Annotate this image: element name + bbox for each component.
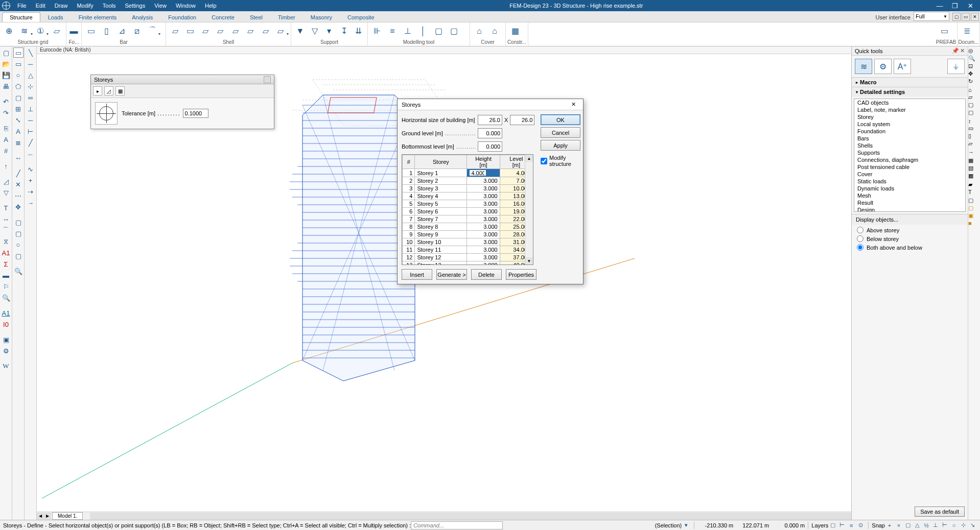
dots-icon[interactable]: ⋯: [13, 190, 24, 201]
tab-concrete[interactable]: Concrete: [204, 12, 242, 22]
storey-height-cell[interactable]: 3.000: [467, 261, 500, 266]
arrows-icon[interactable]: ↔: [13, 153, 24, 163]
tri-1-icon[interactable]: ◿: [1, 176, 11, 186]
detail-item[interactable]: Local system: [854, 121, 965, 128]
snap3-icon[interactable]: ▢: [904, 522, 912, 529]
hscroll-track[interactable]: [90, 513, 966, 520]
detail-item[interactable]: Shells: [854, 142, 965, 149]
rt-color-icon[interactable]: ▰: [968, 181, 980, 188]
storey-height-cell[interactable]: [467, 169, 500, 177]
menu-settings[interactable]: Settings: [121, 2, 149, 10]
storey-name-cell[interactable]: Storey 1: [415, 169, 467, 177]
storey-name-cell[interactable]: Storey 10: [415, 238, 467, 246]
rt-full-icon[interactable]: ■: [968, 220, 980, 226]
axis-icon[interactable]: ≋: [17, 24, 32, 38]
layer1-icon[interactable]: ▢: [829, 522, 837, 529]
arrow-up-icon[interactable]: ↑: [1, 161, 11, 171]
macro-section[interactable]: ▸Macro: [852, 78, 968, 87]
storey-name-cell[interactable]: Storey 9: [415, 231, 467, 238]
detail-item[interactable]: Storey: [854, 113, 965, 121]
modelling-6-icon[interactable]: ▢: [447, 24, 461, 38]
radio-below[interactable]: Below storey: [857, 235, 963, 242]
underline-a-icon[interactable]: A1: [1, 308, 11, 318]
arrow-icon[interactable]: →: [26, 198, 36, 208]
detail-item[interactable]: Cover: [854, 171, 965, 178]
hscroll-right[interactable]: ▶: [44, 513, 51, 520]
copy-icon[interactable]: ⎘: [1, 123, 11, 133]
grid-target-icon[interactable]: ⊕: [2, 24, 16, 38]
storey-name-cell[interactable]: Storey 5: [415, 200, 467, 208]
t-icon[interactable]: T: [1, 203, 11, 213]
parallel-icon[interactable]: ═: [26, 92, 36, 103]
ribbon-collapse-icon[interactable]: ▢: [952, 13, 961, 21]
tri-2-icon[interactable]: ▽: [1, 187, 11, 198]
menu-modify[interactable]: Modify: [73, 2, 97, 10]
slab-icon[interactable]: ▱: [198, 24, 213, 38]
tab-composite[interactable]: Composite: [340, 12, 382, 22]
snap10-icon[interactable]: ↘: [968, 522, 976, 529]
shell-4-icon[interactable]: ▱: [259, 24, 273, 38]
line2-icon[interactable]: ─: [26, 59, 36, 69]
storey-name-cell[interactable]: Storey 13: [415, 261, 467, 266]
command-input[interactable]: [411, 521, 503, 529]
tab-masonry[interactable]: Masonry: [303, 12, 340, 22]
box1-icon[interactable]: ▢: [13, 217, 24, 227]
storey-height-cell[interactable]: 3.000: [467, 254, 500, 261]
detail-item[interactable]: Bars: [854, 135, 965, 142]
support-5-icon[interactable]: ⇊: [352, 24, 365, 38]
storey-name-cell[interactable]: Storey 7: [415, 215, 467, 223]
wall-icon[interactable]: ▭: [183, 24, 198, 38]
layer2-icon[interactable]: ⊢: [838, 522, 846, 529]
save-icon[interactable]: 💾: [1, 70, 11, 80]
storey-name-cell[interactable]: Storey 6: [415, 208, 467, 215]
perp-icon[interactable]: ⊥: [26, 104, 36, 114]
cover-2-icon[interactable]: ⌂: [487, 24, 502, 38]
save-default-button[interactable]: Save as default: [915, 507, 965, 517]
modelling-1-icon[interactable]: ⊪: [370, 24, 384, 38]
ui-mode-select[interactable]: Full▼: [914, 12, 949, 21]
rt-side-icon[interactable]: ▯: [968, 133, 980, 139]
tab-analysis[interactable]: Analysis: [124, 12, 160, 22]
storey-height-cell[interactable]: 3.000: [467, 223, 500, 231]
expand-icon[interactable]: ⤡: [13, 115, 24, 125]
circle-icon[interactable]: ○: [13, 70, 24, 80]
i0-icon[interactable]: I0: [1, 319, 11, 329]
storey-target-icon[interactable]: [95, 102, 118, 125]
grid-icon[interactable]: ⊞: [13, 104, 24, 114]
menu-edit[interactable]: Edit: [32, 2, 50, 10]
w-icon[interactable]: W: [1, 361, 11, 371]
poly-icon[interactable]: ⬠: [13, 81, 24, 91]
storey-height-cell[interactable]: 3.000: [467, 192, 500, 200]
modelling-2-icon[interactable]: ≡: [385, 24, 400, 38]
viewport-3d[interactable]: Storeys ▸ ◿ ▦ Tolerance [m] ......... St…: [37, 54, 980, 512]
rt-1-icon[interactable]: ◎: [968, 47, 980, 54]
bottom-input[interactable]: [478, 141, 502, 152]
shell-1-icon[interactable]: ▱: [214, 24, 228, 38]
storey-height-cell[interactable]: 3.000: [467, 208, 500, 215]
modify-structure-checkbox[interactable]: Modify structure: [541, 155, 580, 167]
snap-label[interactable]: Snap: [872, 522, 885, 528]
modelling-3-icon[interactable]: ⊥: [401, 24, 415, 38]
properties-button[interactable]: Properties: [506, 269, 536, 280]
text-a-icon[interactable]: A: [1, 134, 11, 144]
ground-input[interactable]: [478, 128, 502, 138]
line-support-icon[interactable]: ▽: [308, 24, 322, 38]
foundation-icon[interactable]: ▬: [68, 24, 79, 38]
bars-icon[interactable]: ▬: [1, 270, 11, 280]
storey-name-cell[interactable]: Storey 12: [415, 254, 467, 261]
support-4-icon[interactable]: ↧: [337, 24, 351, 38]
snap7-icon[interactable]: ⊢: [941, 522, 949, 529]
bar-generic-icon[interactable]: ⧄: [130, 24, 144, 38]
menu-file[interactable]: File: [13, 2, 31, 10]
storey-name-cell[interactable]: Storey 3: [415, 185, 467, 192]
hash-icon[interactable]: #: [1, 146, 11, 156]
qt-gear-icon[interactable]: ⚙: [874, 59, 892, 74]
delete-button[interactable]: Delete: [471, 269, 502, 280]
qt-plus-icon[interactable]: A⁺: [894, 59, 911, 74]
layers-icon[interactable]: ≣: [13, 137, 24, 148]
beam-icon[interactable]: ▭: [84, 24, 98, 38]
snap4-icon[interactable]: △: [913, 522, 921, 529]
dialog-close-icon[interactable]: ✕: [568, 100, 579, 109]
layers-label[interactable]: Layers: [811, 522, 828, 528]
menu-help[interactable]: Help: [201, 2, 221, 10]
